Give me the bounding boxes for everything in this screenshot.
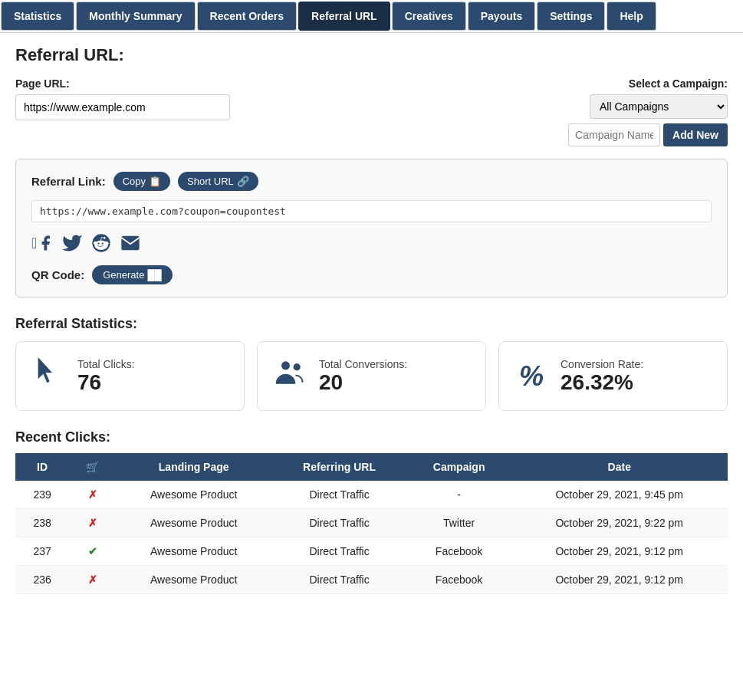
cell-landing-page: Awesome Product [116, 537, 272, 566]
check-icon: ✔ [88, 545, 97, 557]
cell-referring-url: Direct Traffic [271, 537, 406, 566]
col-header-date: Date [511, 453, 728, 481]
col-header-cart: 🛒 [69, 453, 116, 481]
referral-link-label: Referral Link: [31, 175, 106, 188]
total-clicks-value: 76 [77, 370, 135, 395]
col-header-landing-page: Landing Page [116, 453, 272, 481]
facebook-icon[interactable]:  [31, 232, 54, 255]
page-url-label: Page URL: [15, 77, 230, 90]
tab-help[interactable]: Help [607, 2, 656, 31]
page-title: Referral URL: [15, 45, 728, 65]
svg-point-1 [281, 361, 290, 370]
recent-clicks-title: Recent Clicks: [15, 429, 728, 445]
cell-id: 237 [15, 537, 69, 566]
tab-recent-orders[interactable]: Recent Orders [197, 2, 297, 31]
social-icons:  [31, 232, 712, 255]
cell-referring-url: Direct Traffic [271, 481, 406, 509]
referral-link-row: Referral Link: Copy 📋 Short URL 🔗 [31, 172, 712, 191]
qr-icon: ██ [147, 269, 161, 281]
recent-clicks-table: ID 🛒 Landing Page Referring URL Campaign… [15, 453, 728, 594]
campaign-section: Select a Campaign: All Campaigns Add New [568, 77, 728, 146]
qr-row: QR Code: Generate ██ [31, 265, 712, 284]
referral-box: Referral Link: Copy 📋 Short URL 🔗 https:… [15, 159, 728, 297]
col-header-campaign: Campaign [407, 453, 511, 481]
email-icon[interactable] [119, 232, 142, 255]
stat-info-clicks: Total Clicks: 76 [77, 358, 135, 395]
tab-settings[interactable]: Settings [537, 2, 605, 31]
cell-landing-page: Awesome Product [116, 509, 272, 537]
percent-icon: % [515, 360, 548, 393]
table-row: 238✗Awesome ProductDirect TrafficTwitter… [15, 509, 728, 537]
cell-converted: ✔ [69, 537, 116, 566]
stats-row: Total Clicks: 76 Total Conversions: 20 % [15, 341, 728, 411]
tab-referral-url[interactable]: Referral URL [298, 2, 390, 31]
cell-landing-page: Awesome Product [116, 481, 272, 509]
select-campaign-label: Select a Campaign: [568, 77, 728, 90]
referral-statistics-title: Referral Statistics: [15, 316, 728, 332]
stat-card-total-clicks: Total Clicks: 76 [15, 341, 245, 411]
cell-converted: ✗ [69, 566, 116, 594]
nav-bar: Statistics Monthly Summary Recent Orders… [0, 0, 743, 33]
tab-creatives[interactable]: Creatives [392, 2, 466, 31]
cell-date: October 29, 2021, 9:45 pm [511, 481, 728, 509]
qr-code-label: QR Code: [31, 268, 84, 281]
page-url-input[interactable] [15, 94, 230, 120]
cart-icon: 🛒 [86, 461, 99, 473]
reddit-icon[interactable] [90, 232, 113, 255]
cell-converted: ✗ [69, 509, 116, 537]
cell-referring-url: Direct Traffic [271, 509, 406, 537]
tab-monthly-summary[interactable]: Monthly Summary [76, 2, 195, 31]
total-conversions-value: 20 [319, 370, 407, 395]
cell-landing-page: Awesome Product [116, 566, 272, 594]
cell-id: 236 [15, 566, 69, 594]
cell-campaign: Facebook [407, 566, 511, 594]
link-icon: 🔗 [237, 176, 249, 187]
short-url-button[interactable]: Short URL 🔗 [178, 172, 258, 191]
table-row: 237✔Awesome ProductDirect TrafficFaceboo… [15, 537, 728, 566]
twitter-icon[interactable] [61, 232, 84, 255]
add-new-button[interactable]: Add New [663, 123, 728, 146]
cross-icon: ✗ [88, 488, 97, 501]
cell-date: October 29, 2021, 9:12 pm [511, 537, 728, 566]
stat-info-rate: Conversion Rate: 26.32% [561, 358, 643, 395]
cell-date: October 29, 2021, 9:12 pm [511, 566, 728, 594]
cell-id: 239 [15, 481, 69, 509]
svg-point-2 [294, 363, 301, 370]
copy-icon: 📋 [149, 176, 161, 187]
cross-icon: ✗ [88, 573, 97, 586]
cursor-icon [31, 357, 65, 395]
cell-converted: ✗ [69, 481, 116, 509]
generate-button[interactable]: Generate ██ [92, 265, 173, 284]
stat-info-conversions: Total Conversions: 20 [319, 358, 407, 395]
conversion-rate-label: Conversion Rate: [561, 358, 643, 370]
stat-card-total-conversions: Total Conversions: 20 [257, 341, 486, 411]
top-row: Page URL: Select a Campaign: All Campaig… [15, 77, 728, 146]
tab-statistics[interactable]: Statistics [1, 2, 74, 31]
cell-campaign: - [407, 481, 511, 509]
campaign-name-input[interactable] [568, 123, 660, 146]
campaign-row: Add New [568, 123, 728, 146]
stat-card-conversion-rate: % Conversion Rate: 26.32% [498, 341, 728, 411]
conversion-rate-value: 26.32% [561, 370, 643, 395]
cell-id: 238 [15, 509, 69, 537]
col-header-referring-url: Referring URL [271, 453, 406, 481]
cell-campaign: Twitter [407, 509, 511, 537]
total-conversions-label: Total Conversions: [319, 358, 407, 370]
campaign-select[interactable]: All Campaigns [590, 94, 728, 119]
cell-date: October 29, 2021, 9:22 pm [511, 509, 728, 537]
tab-payouts[interactable]: Payouts [468, 2, 535, 31]
copy-button[interactable]: Copy 📋 [113, 172, 170, 191]
table-row: 239✗Awesome ProductDirect Traffic-Octobe… [15, 481, 728, 509]
cell-referring-url: Direct Traffic [271, 566, 406, 594]
page-url-section: Page URL: [15, 77, 230, 120]
group-icon [273, 356, 307, 396]
col-header-id: ID [15, 453, 69, 481]
referral-url-display: https://www.example.com?coupon=coupontes… [31, 200, 712, 222]
table-row: 236✗Awesome ProductDirect TrafficFaceboo… [15, 566, 728, 594]
cell-campaign: Facebook [407, 537, 511, 566]
total-clicks-label: Total Clicks: [77, 358, 135, 370]
cross-icon: ✗ [88, 517, 97, 529]
